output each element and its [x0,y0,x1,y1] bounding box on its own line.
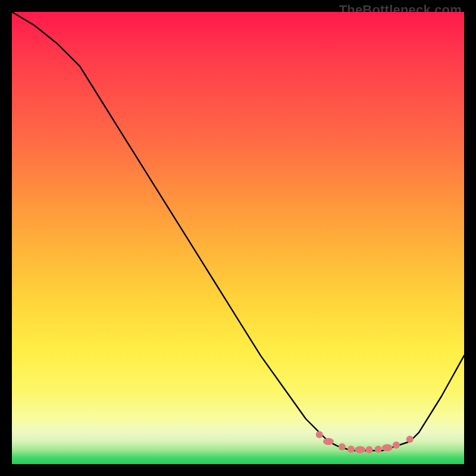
optimal-range-markers [316,431,414,453]
marker-dot [347,446,355,453]
marker-dot [339,443,346,450]
marker-dot [406,436,414,443]
marker-dot [382,444,393,452]
plot-area [12,12,464,464]
chart-frame: TheBottleneck.com [0,0,476,476]
marker-dot [393,441,400,449]
marker-dot [365,446,372,453]
bottleneck-curve [12,12,464,450]
marker-dot [355,446,365,453]
marker-dot [316,431,323,439]
curve-svg [12,12,464,464]
marker-dot [375,446,382,453]
marker-dot [323,438,334,445]
